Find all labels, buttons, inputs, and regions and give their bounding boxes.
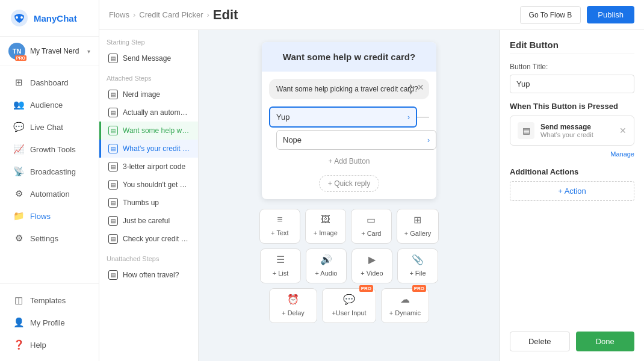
breadcrumb: Flows › Credit Card Picker › Edit (109, 7, 238, 23)
step-automated-bot[interactable]: ▤ Actually an automated bot (99, 103, 198, 122)
add-list-button[interactable]: ☰ + List (260, 248, 301, 283)
add-button-row[interactable]: + Add Button (262, 152, 436, 170)
add-video-button[interactable]: ▶ + Video (351, 248, 392, 283)
add-action-button[interactable]: + Action (510, 181, 634, 201)
logo-text: ManyChat (34, 13, 77, 23)
step-icon: ▤ (108, 180, 118, 190)
add-delay-button[interactable]: ⏰ + Delay (269, 288, 317, 323)
breadcrumb-picker[interactable]: Credit Card Picker (139, 10, 203, 19)
step-just-careful[interactable]: ▤ Just be careful (99, 212, 198, 230)
sidebar-item-dashboard[interactable]: ⊞ Dashboard (4, 72, 95, 93)
sidebar-profile[interactable]: TNPRO My Travel Nerd ▾ (0, 37, 99, 66)
sidebar-item-help[interactable]: ❓ Help (4, 334, 95, 356)
quick-reply-row: + Quick reply (262, 170, 436, 199)
add-content-area: ≡ + Text 🖼 + Image ▭ + Card ⊞ (259, 209, 439, 323)
step-text: How often travel? (123, 271, 179, 279)
step-airport-code[interactable]: ▤ 3-letter airport code (99, 158, 198, 176)
manage-link[interactable]: Manage (610, 150, 634, 158)
bubble-text: Want some help picking a travel credit c… (276, 85, 418, 93)
step-credit-card[interactable]: ▤ Want some help w credit card? (99, 122, 198, 140)
sidebar-item-settings[interactable]: ⚙ Settings (4, 227, 95, 249)
action-title: Send message (540, 123, 613, 131)
sidebar-item-myprofile[interactable]: 👤 My Profile (4, 312, 95, 333)
add-file-button[interactable]: 📎 + File (397, 248, 438, 283)
action-close-icon[interactable]: ✕ (619, 126, 627, 135)
top-bar: Flows › Credit Card Picker › Edit Go To … (99, 0, 644, 30)
broadcasting-icon: 📡 (13, 166, 24, 177)
step-check-score[interactable]: ▤ Check your credit score (99, 230, 198, 248)
card-icon: ▭ (359, 214, 384, 226)
add-image-button[interactable]: 🖼 + Image (305, 209, 346, 244)
publish-button[interactable]: Publish (587, 6, 634, 23)
button-title-label: Button Title: (510, 63, 634, 71)
sidebar-item-growth[interactable]: 📈 Growth Tools (4, 138, 95, 160)
add-content-row1: ≡ + Text 🖼 + Image ▭ + Card ⊞ (259, 209, 439, 244)
add-content-row3: ⏰ + Delay PRO 💬 +User Input PRO ☁ + Dyna… (269, 288, 429, 323)
add-content-row2: ☰ + List 🔊 + Audio ▶ + Video 📎 (260, 248, 438, 283)
step-how-often[interactable]: ▤ How often travel? (99, 266, 198, 284)
step-nerd-image[interactable]: ▤ Nerd image (99, 85, 198, 103)
when-pressed-section: When This Button is Pressed ▤ Send messa… (510, 102, 634, 159)
chat-bubble: Want some help picking a travel credit c… (269, 79, 429, 99)
delay-icon: ⏰ (277, 294, 309, 305)
breadcrumb-sep2: › (207, 10, 209, 19)
add-text-label: + Text (271, 229, 288, 236)
action-card-icon: ▤ (518, 122, 534, 139)
svg-point-1 (16, 16, 18, 19)
step-text: 3-letter airport code (123, 162, 185, 171)
sidebar-item-flows[interactable]: 📁 Flows (4, 205, 95, 227)
sidebar-item-broadcasting[interactable]: 📡 Broadcasting (4, 161, 95, 182)
breadcrumb-sep1: › (133, 10, 135, 19)
automation-icon: ⚙ (13, 188, 24, 199)
breadcrumb-flows[interactable]: Flows (109, 10, 129, 19)
arrow-icon: › (407, 113, 410, 122)
when-pressed-label: When This Button is Pressed (510, 102, 634, 111)
starting-step-label: Starting Step (99, 36, 198, 49)
add-card-button[interactable]: ▭ + Card (351, 209, 392, 244)
sidebar-item-label: Growth Tools (30, 145, 76, 154)
sidebar-item-audience[interactable]: 👥 Audience (4, 94, 95, 116)
sidebar-item-automation[interactable]: ⚙ Automation (4, 183, 95, 205)
step-send-message[interactable]: ▤ Send Message (99, 49, 198, 67)
step-text: Check your credit score (123, 235, 191, 243)
edit-panel: Edit Button Button Title: When This Butt… (500, 30, 644, 361)
add-dynamic-button[interactable]: PRO ☁ + Dynamic (381, 288, 429, 323)
step-icon: ▤ (108, 54, 118, 63)
step-thumbs-up[interactable]: ▤ Thumbs up (99, 194, 198, 212)
add-gallery-button[interactable]: ⊞ + Gallery (397, 209, 439, 244)
top-bar-actions: Go To Flow B Publish (520, 6, 634, 24)
help-icon: ❓ (13, 339, 24, 350)
avatar: TNPRO (8, 43, 25, 60)
button-title-input[interactable] (510, 75, 634, 93)
add-card-label: + Card (361, 230, 381, 237)
step-icon: ▤ (108, 234, 118, 244)
delete-button[interactable]: Delete (510, 332, 570, 351)
nope-button[interactable]: Nope › (276, 130, 436, 150)
step-shouldnt-get[interactable]: ▤ You shouldn't get a credit card (s (99, 176, 198, 194)
nope-button-label: Nope (283, 135, 302, 144)
step-text: Thumbs up (123, 199, 159, 207)
button-title-field: Button Title: (510, 63, 634, 93)
add-text-button[interactable]: ≡ + Text (259, 209, 300, 244)
chat-card-header: Want some help w credit card? (262, 42, 436, 72)
yup-button[interactable]: Yup › (269, 106, 417, 128)
goto-flow-button[interactable]: Go To Flow B (520, 6, 581, 24)
step-credit-score[interactable]: ▤ What's your credit score? (99, 140, 198, 158)
sidebar-bottom: ◫ Templates 👤 My Profile ❓ Help (0, 283, 99, 361)
bubble-close-icon[interactable]: ✕ (417, 82, 424, 92)
add-gallery-label: + Gallery (404, 230, 431, 237)
step-icon: ▤ (108, 216, 118, 226)
done-button[interactable]: Done (576, 332, 635, 351)
button-connector (417, 117, 429, 118)
add-audio-button[interactable]: 🔊 + Audio (306, 248, 347, 283)
step-text: You shouldn't get a credit card (s (123, 180, 191, 189)
sidebar-item-templates[interactable]: ◫ Templates (4, 289, 95, 311)
svg-point-2 (20, 16, 23, 19)
add-userinput-button[interactable]: PRO 💬 +User Input (322, 288, 376, 323)
image-icon: 🖼 (313, 214, 338, 225)
templates-icon: ◫ (13, 295, 24, 306)
add-video-label: + Video (361, 270, 383, 277)
sidebar-item-livechat[interactable]: 💬 Live Chat (4, 116, 95, 138)
breadcrumb-edit: Edit (213, 7, 238, 23)
quick-reply-button[interactable]: + Quick reply (319, 175, 379, 192)
